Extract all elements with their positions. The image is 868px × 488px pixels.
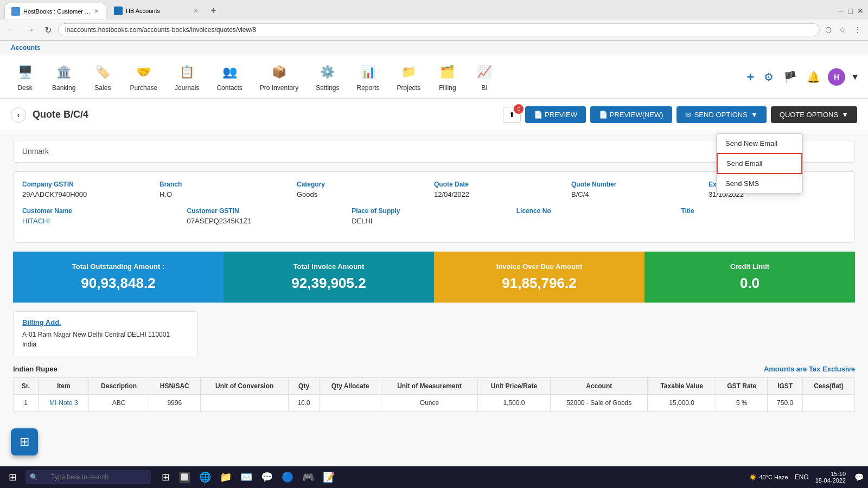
nav-bi-label: BI [481, 84, 487, 92]
nav-settings[interactable]: ⚙️ Settings [309, 58, 346, 96]
fab-icon: ⊞ [20, 435, 29, 449]
cell-taxable-value: 15,000.0 [648, 395, 716, 412]
bookmark-button[interactable]: ☆ [837, 24, 848, 35]
nav-projects[interactable]: 📁 Projects [391, 58, 427, 96]
notification-center-icon[interactable]: 💬 [854, 473, 864, 481]
quote-options-button[interactable]: QUOTE OPTIONS ▼ [771, 106, 857, 123]
browser-settings[interactable]: ⋮ [852, 24, 864, 35]
tab-customer-portal[interactable]: HostBooks : Customer Portal ✕ [4, 3, 106, 19]
user-avatar[interactable]: H [828, 68, 845, 86]
cell-gst-rate: 5 % [716, 395, 768, 412]
preview-button[interactable]: 📄 PREVIEW [525, 106, 586, 123]
nav-filling[interactable]: 🗂️ Filling [431, 58, 464, 96]
cast-button[interactable]: ⬡ [823, 24, 834, 35]
minimize-btn[interactable]: ─ [839, 7, 844, 15]
tab-close-btn-2[interactable]: ✕ [193, 7, 199, 15]
taskbar-mail-icon[interactable]: ✉️ [238, 470, 254, 481]
nav-banking[interactable]: 🏛️ Banking [46, 58, 82, 96]
branch-value: H.O [159, 190, 297, 198]
app-header: 🖥️ Desk 🏛️ Banking 🏷️ Sales 🤝 Purchase 📋… [0, 55, 868, 99]
send-email-item[interactable]: Send Email [717, 153, 802, 174]
send-options-chevron: ▼ [751, 111, 758, 119]
reload-button[interactable]: ↻ [41, 24, 55, 36]
quote-date-value: 12/04/2022 [434, 190, 571, 198]
tab-title: HostBooks : Customer Portal [23, 8, 94, 15]
col-igst: IGST [768, 378, 803, 395]
total-invoice-card: Total Invoice Amount 92,39,905.2 [224, 252, 434, 303]
company-gstin-label: Company GSTIN [22, 181, 159, 188]
settings-nav-icon: ⚙️ [318, 62, 337, 82]
place-of-supply-value: DELHI [352, 217, 516, 225]
nav-bi[interactable]: 📈 BI [468, 58, 501, 96]
address-bar[interactable] [58, 23, 820, 36]
col-cess: Cess(flat) [802, 378, 854, 395]
taskbar-fun-icon[interactable]: 🎮 [300, 470, 316, 481]
search-icon: 🔍 [30, 473, 38, 481]
tab-close-btn[interactable]: ✕ [94, 8, 99, 15]
col-account: Account [551, 378, 648, 395]
nav-journals[interactable]: 📋 Journals [168, 58, 206, 96]
maximize-btn[interactable]: □ [848, 7, 853, 15]
nav-contacts[interactable]: 👥 Contacts [210, 58, 248, 96]
preview-new-button[interactable]: 📄 PREVIEW(NEW) [590, 106, 672, 123]
add-button[interactable]: + [744, 67, 756, 87]
total-invoice-value: 92,39,905.2 [234, 275, 423, 292]
new-tab-button[interactable]: + [206, 3, 221, 19]
taskbar-chrome-icon[interactable]: 🔵 [279, 470, 296, 481]
browser-tabs: HostBooks : Customer Portal ✕ HB Account… [0, 0, 868, 20]
taskbar-view-icon[interactable]: ⊞ [159, 470, 172, 481]
credit-limit-label: Credit Limit [655, 262, 844, 271]
customer-gstin-field: Customer GSTIN 07ASEPQ2345K1Z1 [187, 207, 352, 225]
start-button[interactable]: ⊞ [4, 469, 21, 481]
taskbar-word-icon[interactable]: 📝 [321, 470, 337, 481]
breadcrumb-bar: Accounts [0, 41, 868, 55]
cell-account: 52000 - Sale of Goods [551, 395, 648, 412]
breadcrumb-accounts: Accounts [11, 44, 41, 52]
form-row-2: Customer Name HITACHI Customer GSTIN 07A… [22, 207, 846, 225]
back-button[interactable]: ‹ [11, 107, 26, 123]
taskbar-teams-icon[interactable]: 💬 [259, 470, 275, 481]
branch-field: Branch H.O [159, 181, 297, 198]
send-new-email-item[interactable]: Send New Email [717, 134, 802, 153]
nav-contacts-label: Contacts [216, 84, 242, 92]
notifications-button[interactable]: 🔔 [805, 68, 822, 86]
nav-journals-label: Journals [175, 84, 199, 92]
banking-icon: 🏛️ [54, 62, 74, 82]
currency-label: Indian Rupee [13, 365, 58, 373]
nav-reports[interactable]: 📊 Reports [350, 58, 386, 96]
back-button[interactable]: ← [4, 24, 20, 36]
nav-pro-inventory[interactable]: 📦 Pro Inventory [253, 58, 305, 96]
close-btn[interactable]: ✕ [857, 7, 864, 15]
nav-desk[interactable]: 🖥️ Desk [9, 58, 41, 96]
cell-qty-allocate [319, 395, 381, 412]
item-link[interactable]: MI-Note 3 [49, 399, 78, 407]
settings-button[interactable]: ⚙ [762, 68, 776, 86]
bi-icon: 📈 [475, 62, 494, 82]
cell-unit-measurement: Ounce [381, 395, 477, 412]
send-sms-item[interactable]: Send SMS [717, 174, 802, 193]
preview-new-icon: 📄 [599, 111, 610, 119]
upload-button[interactable]: ⬆ 0 [503, 107, 521, 123]
projects-icon: 📁 [399, 62, 418, 82]
taskbar-search[interactable] [44, 471, 142, 481]
tab-favicon [11, 7, 20, 16]
send-options-button[interactable]: ✉ SEND OPTIONS ▼ [676, 106, 767, 123]
header-chevron-icon[interactable]: ▼ [851, 72, 859, 82]
nav-purchase[interactable]: 🤝 Purchase [123, 58, 164, 96]
fab-button[interactable]: ⊞ [11, 428, 38, 455]
total-invoice-label: Total Invoice Amount [234, 262, 423, 271]
cell-description: ABC [89, 395, 149, 412]
tab-hb-accounts[interactable]: HB Accounts ✕ [107, 3, 205, 19]
taskbar-edge-icon[interactable]: 🌐 [197, 470, 213, 481]
flag-button[interactable]: 🏴 [781, 68, 799, 86]
items-table: Sr. Item Description HSN/SAC Unit of Con… [13, 377, 855, 412]
nav-sales[interactable]: 🏷️ Sales [86, 58, 119, 96]
place-of-supply-field: Place of Supply DELHI [352, 207, 516, 225]
nav-sales-label: Sales [94, 84, 111, 92]
billing-title[interactable]: Billing Add. [22, 318, 188, 326]
taskbar-widgets-icon[interactable]: 🔲 [176, 470, 193, 481]
quote-number-field: Quote Number B/C/4 [571, 181, 709, 198]
taskbar-folder-icon[interactable]: 📁 [218, 470, 234, 481]
header-actions: + ⚙ 🏴 🔔 H ▼ [744, 67, 859, 87]
forward-button[interactable]: → [23, 24, 38, 36]
